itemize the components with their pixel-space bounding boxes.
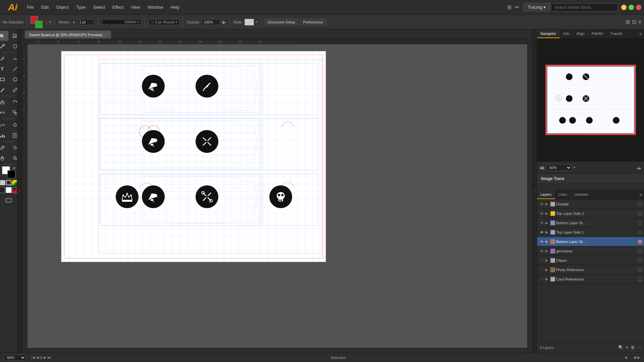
layer-top-side1-visible[interactable]: 👁 <box>539 230 544 234</box>
opacity-input[interactable] <box>202 19 220 25</box>
reshape-tool[interactable] <box>0 120 8 130</box>
menu-object[interactable]: Object <box>53 3 72 11</box>
vertical-scrollbar[interactable] <box>527 44 532 353</box>
layer-card-refs-expand[interactable]: ▶ <box>545 277 549 281</box>
left-panel-collapse[interactable]: ‹ <box>17 29 22 353</box>
menu-help[interactable]: Help <box>167 3 183 11</box>
tab-links[interactable]: Links <box>555 190 571 199</box>
preferences-button[interactable]: Preferences <box>300 19 326 25</box>
fill-stroke-widget[interactable]: ⇄ <box>2 166 15 178</box>
artboard-tool[interactable] <box>3 195 15 205</box>
stroke-input[interactable] <box>77 19 94 25</box>
paintbrush-tool[interactable] <box>0 85 8 95</box>
tab-close-button[interactable]: × <box>104 33 106 37</box>
eraser-tool[interactable] <box>0 97 8 107</box>
fill-box[interactable] <box>0 180 5 185</box>
swatch-none[interactable] <box>12 187 18 193</box>
gradient-box[interactable] <box>12 180 17 185</box>
fill-stroke-selector[interactable] <box>31 16 43 28</box>
layers-delete-icon[interactable]: 🗑 <box>631 345 635 350</box>
minimize-button[interactable] <box>621 5 627 10</box>
graph-tool[interactable] <box>0 130 8 140</box>
canvas-viewport[interactable]: 246 81012 141618 202224 2 4 6 <box>22 39 532 353</box>
reflect-tool[interactable] <box>0 108 8 118</box>
layer-bottom-st1-visible[interactable]: 👁 <box>539 221 544 225</box>
eyedropper-tool[interactable] <box>0 143 8 153</box>
type-tool[interactable]: T <box>0 64 8 74</box>
stroke-box[interactable] <box>6 180 11 185</box>
symbol-sprayer-tool[interactable] <box>9 120 18 130</box>
layer-bottom-st2-visible[interactable]: 👁 <box>539 240 544 244</box>
layer-gemstone-expand[interactable]: ▶ <box>545 249 549 253</box>
rectangle-tool[interactable] <box>0 74 8 84</box>
stroke-style-selector[interactable]: Uniform ▾ <box>101 19 142 25</box>
layer-card-refs-lock[interactable] <box>638 277 642 281</box>
align-right-icon[interactable]: ⊟ <box>632 19 636 25</box>
measure-tool[interactable] <box>9 143 18 153</box>
tab-pathfinder[interactable]: Pathfin <box>588 29 607 38</box>
zoom-select[interactable]: 50% 25% 75% 100% <box>546 164 572 171</box>
layer-top-side1[interactable]: 👁 ▶ Top Layer Side 1 <box>537 228 644 237</box>
panel-options-icon[interactable]: ≡ <box>639 31 642 37</box>
menu-edit[interactable]: Edit <box>38 3 52 11</box>
maximize-button[interactable] <box>629 5 634 10</box>
layer-photo-reference[interactable]: 👁 ▶ Photo Reference <box>537 265 644 275</box>
adobe-stock-search[interactable] <box>551 3 618 11</box>
layer-photo-visible[interactable]: 👁 <box>539 268 544 272</box>
pen-icon[interactable]: ✏ <box>515 4 519 10</box>
document-setup-button[interactable]: Document Setup <box>265 19 298 25</box>
tab-libraries[interactable]: Libraries <box>571 190 592 199</box>
layer-bottom-st2[interactable]: 👁 ▶ Bottom Layer St... <box>537 237 644 246</box>
tab-align[interactable]: Align <box>573 29 588 38</box>
next-page-btn[interactable]: ▶| <box>48 355 51 360</box>
close-button[interactable] <box>636 5 641 10</box>
ellipse-tool[interactable] <box>9 74 18 84</box>
prev-page-btn[interactable]: |◀ <box>31 355 35 360</box>
layer-clipart-expand[interactable]: ▶ <box>545 258 549 262</box>
layer-top-side2-expand[interactable]: ▶ <box>545 212 549 215</box>
style-selector[interactable] <box>245 19 254 25</box>
layer-top-side1-expand[interactable]: ▶ <box>545 230 549 234</box>
play-btn[interactable]: ▶ <box>625 355 628 360</box>
layer-gemstone-lock[interactable] <box>638 249 642 253</box>
swatch-black[interactable] <box>0 187 5 193</box>
layer-top-side2-visible[interactable]: 👁 <box>539 212 544 216</box>
zoom-tool[interactable] <box>9 153 18 163</box>
tab-navigator[interactable]: Navigator <box>537 29 560 38</box>
menu-view[interactable]: View <box>127 3 144 11</box>
swatch-white[interactable] <box>6 187 12 193</box>
document-tab[interactable]: Gwent Board.ai @ 50% (RGB/GPU Preview) × <box>25 31 111 39</box>
rotate-tool[interactable] <box>9 97 18 107</box>
arrange-icon[interactable]: ⊞ <box>626 19 630 25</box>
layer-gemstone-visible[interactable]: 👁 <box>539 249 544 253</box>
layer-card-references[interactable]: 👁 ▶ Card References <box>537 275 644 284</box>
workspace-icon[interactable]: ⊞ <box>507 4 512 10</box>
layer-clipart[interactable]: 👁 ▶ Clipart <box>537 256 644 265</box>
select-tool[interactable] <box>0 31 8 41</box>
menu-type[interactable]: Type <box>73 3 89 11</box>
layer-top-side1-lock[interactable] <box>638 230 642 234</box>
opacity-expand[interactable]: ▶ <box>222 19 226 25</box>
magic-wand-tool[interactable] <box>0 41 8 51</box>
layer-clipart-lock[interactable] <box>638 258 642 262</box>
next-btn[interactable]: ▶ <box>44 355 46 360</box>
layer-bottom-st1-expand[interactable]: ▶ <box>545 221 549 225</box>
layer-bottom-st2-expand[interactable]: ▶ <box>545 240 549 243</box>
line-tool[interactable] <box>9 64 18 74</box>
layers-add-icon[interactable]: + <box>626 345 629 351</box>
layer-card-refs-visible[interactable]: 👁 <box>539 277 544 281</box>
brush-selector[interactable]: 3 pt. Round ▾ <box>149 19 179 25</box>
menu-window[interactable]: Window <box>144 3 166 11</box>
layer-photo-expand[interactable]: ▶ <box>545 268 549 272</box>
tracing-button[interactable]: Tracing ▾ <box>523 3 550 11</box>
canvas-area[interactable]: Gwent Board.ai @ 50% (RGB/GPU Preview) ×… <box>22 29 532 353</box>
horizontal-scrollbar[interactable] <box>28 348 527 353</box>
right-panel-collapse[interactable]: › <box>532 29 537 353</box>
layer-gemstone[interactable]: 👁 ▶ gemstone <box>537 246 644 256</box>
lasso-tool[interactable] <box>9 41 18 51</box>
layer-bottom-st1-lock[interactable] <box>638 221 642 225</box>
prev-btn[interactable]: ◀ <box>36 355 39 360</box>
layers-more-icon[interactable]: ⋯ <box>637 345 641 350</box>
layer-top-side2[interactable]: 👁 ▶ Top Layer Side 2 <box>537 209 644 218</box>
menu-effect[interactable]: Effect <box>109 3 127 11</box>
